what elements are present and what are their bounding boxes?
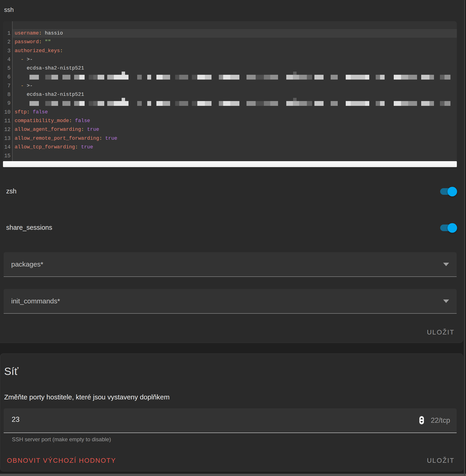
code-token: true: [84, 127, 99, 132]
code-content: sftp: false: [12, 108, 457, 116]
line-number: 13: [3, 134, 12, 143]
code-content: username: hassio: [12, 29, 457, 38]
code-token: ecdsa-sha2-nistp521: [15, 92, 84, 97]
redacted-key-pixelated: [27, 73, 450, 81]
init-commands-select[interactable]: init_commands*: [4, 289, 457, 314]
yaml-editor[interactable]: 1username: hassio2password: ""3authorize…: [3, 21, 457, 161]
code-line: 7 - >-: [3, 82, 457, 90]
next-card-edge: [0, 474, 466, 476]
reset-defaults-button[interactable]: OBNOVIT VÝCHOZÍ HODNOTY: [7, 457, 116, 464]
code-content: - >-: [12, 82, 457, 90]
line-number: 4: [3, 55, 12, 64]
code-token: allow_remote_port_forwarding: [15, 136, 99, 141]
code-token: -: [21, 83, 23, 89]
toggle-thumb: [447, 187, 457, 196]
code-token: allow_agent_forwarding: [15, 127, 81, 132]
code-token: true: [102, 136, 117, 141]
line-number: 6: [3, 73, 12, 81]
code-token: :: [60, 48, 63, 54]
line-number: 8: [3, 90, 12, 99]
code-line: 4 - >-: [3, 55, 457, 64]
ssh-port-field[interactable]: 22/tcp: [4, 408, 457, 433]
code-token: :: [81, 127, 84, 132]
code-token: username: [15, 30, 39, 36]
code-token: >-: [24, 57, 33, 62]
save-config-button[interactable]: ULOŽIT: [427, 328, 454, 336]
chevron-down-icon: [443, 300, 449, 303]
save-network-button[interactable]: ULOŽIT: [427, 457, 454, 464]
code-token: :: [99, 136, 102, 141]
code-token: :: [69, 118, 72, 124]
code-line: 14allow_tcp_forwarding: true: [3, 143, 457, 151]
line-number: 9: [3, 99, 12, 108]
toggle-label-share-sessions: share_sessions: [6, 224, 52, 231]
line-number: 15: [3, 151, 12, 160]
code-line: 15: [3, 151, 457, 160]
code-token: -: [21, 57, 23, 62]
redacted-key-pixelated: [27, 99, 450, 108]
line-number: 5: [3, 64, 12, 73]
code-content: password: "": [12, 38, 457, 46]
port-service-label: 22/tcp: [431, 416, 450, 425]
code-line: 12allow_agent_forwarding: true: [3, 125, 457, 134]
line-number: 12: [3, 125, 12, 134]
code-content: ecdsa-sha2-nistp521: [12, 64, 457, 73]
number-stepper-icon[interactable]: [419, 416, 424, 424]
code-token: [15, 83, 21, 89]
line-number: 3: [3, 47, 12, 55]
code-token: :: [39, 30, 42, 36]
init-commands-select-label: init_commands*: [11, 297, 60, 305]
code-content: allow_agent_forwarding: true: [12, 125, 457, 134]
code-token: :: [39, 39, 42, 45]
code-content: allow_remote_port_forwarding: true: [12, 134, 457, 143]
code-content: - >-: [12, 55, 457, 64]
network-subtitle: Změňte porty hostitele, které jsou vysta…: [4, 393, 170, 401]
code-content: allow_tcp_forwarding: true: [12, 143, 457, 151]
page-scrollbar[interactable]: [464, 0, 465, 476]
code-line: 11compatibility_mode: false: [3, 116, 457, 125]
code-token: hassio: [42, 30, 63, 36]
line-number: 11: [3, 116, 12, 125]
code-line: 8 ecdsa-sha2-nistp521: [3, 90, 457, 99]
code-line: 3authorized_keys:: [3, 47, 457, 55]
packages-select[interactable]: packages*: [4, 252, 457, 277]
editor-lines: 1username: hassio2password: ""3authorize…: [3, 29, 457, 160]
code-line: 10sftp: false: [3, 108, 457, 116]
code-content: compatibility_mode: false: [12, 116, 457, 125]
zsh-toggle[interactable]: [440, 188, 456, 195]
toggle-label-zsh: zsh: [6, 187, 16, 195]
packages-select-label: packages*: [11, 260, 43, 268]
share-sessions-toggle[interactable]: [440, 224, 456, 231]
toggle-thumb: [447, 223, 457, 233]
network-title: Síť: [4, 365, 18, 377]
editor-horizontal-scrollbar[interactable]: [3, 161, 457, 167]
code-token: :: [27, 109, 30, 115]
code-content: authorized_keys:: [12, 47, 457, 55]
code-token: sftp: [15, 109, 27, 115]
code-content: [12, 99, 457, 108]
code-content: ecdsa-sha2-nistp521: [12, 90, 457, 99]
code-line: 5 ecdsa-sha2-nistp521: [3, 64, 457, 73]
code-token: [15, 57, 21, 62]
code-token: compatibility_mode: [15, 118, 69, 124]
code-token: false: [72, 118, 90, 124]
code-token: ecdsa-sha2-nistp521: [15, 65, 84, 71]
code-token: "": [42, 39, 51, 45]
code-token: :: [75, 144, 78, 150]
code-line: 2password: "": [3, 38, 457, 46]
line-number: 1: [3, 29, 12, 38]
ssh-port-input[interactable]: [11, 415, 355, 424]
code-line: 13allow_remote_port_forwarding: true: [3, 134, 457, 143]
code-line: 6: [3, 73, 457, 81]
code-token: authorized_keys: [15, 48, 60, 54]
line-number: 7: [3, 82, 12, 90]
code-token: >-: [24, 83, 33, 89]
code-token: false: [30, 109, 48, 115]
line-number: 10: [3, 108, 12, 116]
line-number: 2: [3, 38, 12, 46]
yaml-editor-label: ssh: [4, 6, 14, 13]
code-token: allow_tcp_forwarding: [15, 144, 75, 150]
chevron-down-icon: [443, 263, 449, 266]
code-token: true: [78, 144, 93, 150]
code-content: [12, 151, 457, 160]
